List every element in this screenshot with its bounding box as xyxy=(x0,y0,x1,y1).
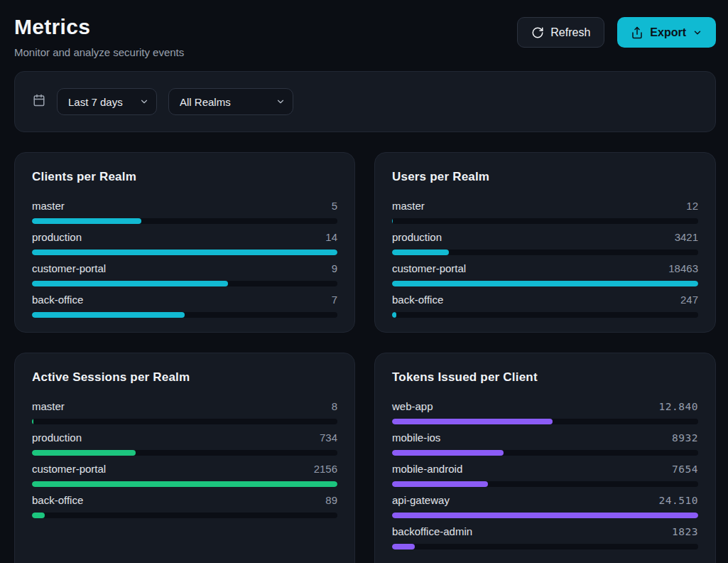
progress-fill xyxy=(392,250,449,255)
metric-label: back-office xyxy=(392,294,443,306)
metric-value: 7 xyxy=(332,294,337,306)
metric-label: master xyxy=(392,200,425,212)
progress-track xyxy=(32,312,337,318)
metric-row: back-office 7 xyxy=(32,294,337,318)
metric-row: back-office 89 xyxy=(32,494,337,518)
card-title: Clients per Realm xyxy=(32,170,337,184)
date-range-select-wrap: Last 7 days xyxy=(57,88,157,115)
metric-value: 12 xyxy=(686,200,698,212)
progress-fill xyxy=(392,281,698,286)
upload-icon xyxy=(631,26,643,39)
progress-fill xyxy=(32,481,337,487)
date-range-select[interactable]: Last 7 days xyxy=(57,88,157,115)
metric-value: 247 xyxy=(680,294,698,306)
progress-fill xyxy=(32,450,136,456)
calendar-icon xyxy=(33,94,45,109)
metric-label: customer-portal xyxy=(32,463,106,475)
page-header-titles: Metrics Monitor and analyze security eve… xyxy=(14,10,184,60)
metric-row: back-office 247 xyxy=(392,294,698,318)
metric-row: web-app 12.840 xyxy=(392,400,698,424)
progress-track xyxy=(392,281,698,286)
progress-fill xyxy=(392,419,553,424)
metric-value: 24.510 xyxy=(659,495,698,506)
progress-track xyxy=(32,281,337,286)
metric-row: mobile-android 7654 xyxy=(392,463,698,487)
progress-fill xyxy=(32,218,141,224)
refresh-button[interactable]: Refresh xyxy=(517,17,604,48)
metric-value: 18463 xyxy=(668,262,698,274)
progress-fill xyxy=(32,281,228,286)
metric-label: production xyxy=(32,431,82,444)
progress-fill xyxy=(32,250,337,255)
metric-label: back-office xyxy=(32,294,83,306)
progress-track xyxy=(32,481,337,487)
metric-row: mobile-ios 8932 xyxy=(392,431,698,456)
metric-label: web-app xyxy=(392,400,433,412)
metric-row: master 5 xyxy=(32,200,337,224)
progress-fill xyxy=(32,419,33,424)
metric-label: customer-portal xyxy=(392,262,466,274)
metric-label: mobile-ios xyxy=(392,431,440,444)
progress-track xyxy=(392,312,698,318)
metric-label: backoffice-admin xyxy=(392,525,472,537)
page-title: Metrics xyxy=(14,14,184,40)
progress-track xyxy=(392,544,698,549)
metric-value: 12.840 xyxy=(659,401,698,412)
metric-value: 8 xyxy=(332,400,337,412)
metric-value: 5 xyxy=(332,200,337,212)
progress-track xyxy=(32,450,337,456)
metric-value: 7654 xyxy=(672,463,698,475)
card-clients-per-realm: Clients per Realm master 5 production 14… xyxy=(14,152,355,333)
metric-row: master 12 xyxy=(392,200,698,224)
metric-label: master xyxy=(32,400,65,412)
progress-track xyxy=(32,250,337,255)
metric-value: 3421 xyxy=(675,231,698,243)
progress-track xyxy=(392,513,698,518)
progress-fill xyxy=(392,312,396,318)
metric-label: back-office xyxy=(32,494,83,506)
metric-label: customer-portal xyxy=(32,262,106,274)
card-title: Tokens Issued per Client xyxy=(392,370,698,385)
metric-label: master xyxy=(32,200,65,212)
progress-track xyxy=(32,218,337,224)
export-button-label: Export xyxy=(650,26,686,39)
header-actions: Refresh Export xyxy=(517,17,716,48)
metric-value: 8932 xyxy=(672,432,698,444)
progress-fill xyxy=(392,450,504,456)
realm-select[interactable]: All Realms xyxy=(168,88,293,115)
metric-row: production 734 xyxy=(32,431,337,456)
chevron-down-icon xyxy=(692,28,702,38)
progress-track xyxy=(392,450,698,456)
card-users-per-realm: Users per Realm master 12 production 342… xyxy=(374,152,716,333)
card-active-sessions-per-realm: Active Sessions per Realm master 8 produ… xyxy=(14,353,355,563)
progress-fill xyxy=(392,544,415,549)
card-title: Active Sessions per Realm xyxy=(32,370,337,385)
card-title: Users per Realm xyxy=(392,170,698,184)
progress-track xyxy=(32,419,337,424)
progress-fill xyxy=(32,312,185,318)
metric-value: 734 xyxy=(320,431,337,444)
metric-row: customer-portal 2156 xyxy=(32,463,337,487)
progress-fill xyxy=(392,513,698,518)
progress-track xyxy=(392,481,698,487)
metric-row: master 8 xyxy=(32,400,337,424)
metric-value: 1823 xyxy=(672,526,698,537)
metric-value: 9 xyxy=(332,262,337,274)
metric-label: mobile-android xyxy=(392,463,462,475)
metric-value: 14 xyxy=(325,231,337,243)
progress-fill xyxy=(392,481,488,487)
metric-row: production 14 xyxy=(32,231,337,255)
progress-track xyxy=(392,250,698,255)
metric-row: api-gateway 24.510 xyxy=(392,494,698,518)
metric-row: customer-portal 9 xyxy=(32,262,337,286)
metrics-grid: Clients per Realm master 5 production 14… xyxy=(14,152,716,563)
metric-label: production xyxy=(32,231,82,243)
metric-row: backoffice-admin 1823 xyxy=(392,525,698,549)
metric-row: customer-portal 18463 xyxy=(392,262,698,286)
metric-label: api-gateway xyxy=(392,494,450,506)
export-button[interactable]: Export xyxy=(617,17,716,48)
refresh-button-label: Refresh xyxy=(550,26,590,39)
filter-bar: Last 7 days All Realms xyxy=(14,71,716,132)
progress-fill xyxy=(32,513,45,518)
metric-row: production 3421 xyxy=(392,231,698,255)
